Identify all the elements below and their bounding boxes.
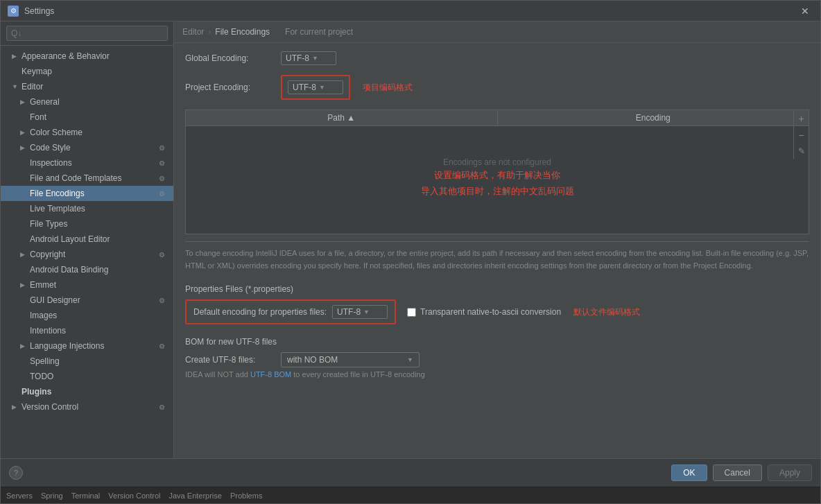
sidebar-label-font: Font xyxy=(30,112,46,122)
default-encoding-dropdown[interactable]: UTF-8 ▼ xyxy=(332,305,388,319)
sidebar-item-android-layout-editor[interactable]: Android Layout Editor xyxy=(1,232,173,247)
file-encodings-badge: ⚙ xyxy=(159,190,165,198)
global-encoding-label: Global Encoding: xyxy=(185,53,275,63)
table-remove-button[interactable]: − xyxy=(793,127,809,144)
sidebar-item-appearance[interactable]: ▶ Appearance & Behavior xyxy=(1,49,173,64)
sidebar-item-keymap[interactable]: Keymap xyxy=(1,64,173,79)
taskbar-servers[interactable]: Servers xyxy=(6,492,33,500)
sidebar-label-language-injections: Language Injections xyxy=(30,341,104,351)
table-add-button[interactable]: + xyxy=(793,110,809,127)
sidebar-item-spelling[interactable]: Spelling xyxy=(1,354,173,369)
project-encoding-value: UTF-8 xyxy=(293,82,316,92)
sidebar-item-font[interactable]: Font xyxy=(1,110,173,125)
sidebar-item-emmet[interactable]: ▶ Emmet xyxy=(1,277,173,293)
annotation-line2: 导入其他项目时，注解的中文乱码问题 xyxy=(421,183,574,199)
sidebar-item-intentions[interactable]: Intentions xyxy=(1,323,173,338)
sidebar-label-appearance: Appearance & Behavior xyxy=(21,51,110,61)
default-encoding-arrow-icon: ▼ xyxy=(363,309,370,315)
bom-note-prefix: IDEA will NOT add xyxy=(185,370,250,379)
taskbar-spring[interactable]: Spring xyxy=(41,492,63,500)
info-text: To change encoding IntelliJ IDEA uses fo… xyxy=(185,241,809,272)
taskbar-java-enterprise[interactable]: Java Enterprise xyxy=(169,492,222,500)
project-encoding-dropdown[interactable]: UTF-8 ▼ xyxy=(288,80,343,94)
dialog-body: ▶ Appearance & Behavior Keymap ▼ Editor … xyxy=(1,21,820,458)
project-encoding-label: Project Encoding: xyxy=(185,82,275,92)
settings-icon: ⚙ xyxy=(8,6,19,17)
table-header-encoding: Encoding xyxy=(498,110,809,125)
sidebar-label-file-code-templates: File and Code Templates xyxy=(30,173,122,183)
create-utf8-value: with NO BOM xyxy=(287,355,338,365)
sidebar-item-file-code-templates[interactable]: File and Code Templates ⚙ xyxy=(1,171,173,186)
sidebar-item-color-scheme[interactable]: ▶ Color Scheme xyxy=(1,125,173,140)
sidebar-label-spelling: Spelling xyxy=(30,356,60,366)
bom-section-title: BOM for new UTF-8 files xyxy=(185,337,809,347)
sidebar-item-file-encodings[interactable]: File Encodings ⚙ xyxy=(1,186,173,201)
sidebar-item-file-types[interactable]: File Types xyxy=(1,216,173,232)
taskbar-terminal[interactable]: Terminal xyxy=(71,492,101,500)
sidebar-label-gui-designer: GUI Designer xyxy=(30,295,80,305)
global-encoding-row: Global Encoding: UTF-8 ▼ xyxy=(185,51,809,65)
breadcrumb-separator: › xyxy=(208,27,211,37)
table-edit-button[interactable]: ✎ xyxy=(793,144,809,159)
sidebar-item-general[interactable]: ▶ General xyxy=(1,94,173,110)
search-input[interactable] xyxy=(6,26,168,41)
nav-tree: ▶ Appearance & Behavior Keymap ▼ Editor … xyxy=(1,46,173,458)
sidebar-item-language-injections[interactable]: ▶ Language Injections ⚙ xyxy=(1,338,173,354)
sidebar-item-gui-designer[interactable]: GUI Designer ⚙ xyxy=(1,293,173,308)
dropdown-arrow-icon: ▼ xyxy=(312,55,318,62)
sidebar-label-keymap: Keymap xyxy=(21,67,52,76)
bom-dropdown-arrow-icon: ▼ xyxy=(407,356,413,363)
transparent-checkbox-row: Transparent native-to-ascii conversion xyxy=(407,307,561,317)
chevron-right-icon8: ▶ xyxy=(12,403,19,410)
annotation-line1: 设置编码格式，有助于解决当你 xyxy=(421,167,574,183)
sidebar-item-editor[interactable]: ▼ Editor xyxy=(1,79,173,94)
cancel-button[interactable]: Cancel xyxy=(713,464,762,481)
sidebar-label-color-scheme: Color Scheme xyxy=(30,128,83,137)
global-encoding-dropdown[interactable]: UTF-8 ▼ xyxy=(281,51,336,65)
content-area: Global Encoding: UTF-8 ▼ Project Encodin… xyxy=(174,43,820,458)
sidebar-label-inspections: Inspections xyxy=(30,158,72,168)
breadcrumb-parent: Editor xyxy=(182,27,204,37)
project-encoding-annotation: 项目编码格式 xyxy=(363,82,413,94)
sidebar-label-file-types: File Types xyxy=(30,219,67,229)
sidebar-item-plugins[interactable]: Plugins xyxy=(1,384,173,399)
default-encoding-annotation: 默认文件编码格式 xyxy=(573,306,640,318)
sidebar-label-todo: TODO xyxy=(30,372,53,381)
sidebar-label-code-style: Code Style xyxy=(30,143,71,153)
properties-section: Properties Files (*.properties) Default … xyxy=(185,284,809,324)
sidebar-item-code-style[interactable]: ▶ Code Style ⚙ xyxy=(1,140,173,155)
sidebar-label-version-control: Version Control xyxy=(21,402,78,412)
taskbar-problems[interactable]: Problems xyxy=(230,492,262,500)
for-project-tab[interactable]: For current project xyxy=(285,27,353,37)
dialog-footer: ? OK Cancel Apply xyxy=(1,458,820,487)
global-encoding-value: UTF-8 xyxy=(286,53,309,63)
sidebar-item-copyright[interactable]: ▶ Copyright ⚙ xyxy=(1,247,173,262)
ok-button[interactable]: OK xyxy=(671,464,707,481)
bom-note: IDEA will NOT add UTF-8 BOM to every cre… xyxy=(185,370,809,379)
title-bar: ⚙ Settings ✕ xyxy=(1,1,820,21)
close-button[interactable]: ✕ xyxy=(797,4,813,18)
create-utf8-label: Create UTF-8 files: xyxy=(185,355,275,365)
sidebar-item-todo[interactable]: TODO xyxy=(1,369,173,384)
sidebar-item-version-control[interactable]: ▶ Version Control ⚙ xyxy=(1,399,173,415)
bom-note-link[interactable]: UTF-8 BOM xyxy=(250,370,291,379)
sidebar-label-plugins: Plugins xyxy=(21,387,51,397)
sidebar-item-inspections[interactable]: Inspections ⚙ xyxy=(1,155,173,171)
create-utf8-dropdown[interactable]: with NO BOM ▼ xyxy=(281,352,420,367)
create-utf8-row: Create UTF-8 files: with NO BOM ▼ xyxy=(185,352,809,367)
sidebar-item-android-data-binding[interactable]: Android Data Binding xyxy=(1,262,173,277)
chevron-down-icon: ▼ xyxy=(12,83,19,90)
taskbar-version-control[interactable]: Version Control xyxy=(108,492,160,500)
annotation-box: Encodings are not configured 设置编码格式，有助于解… xyxy=(414,150,581,207)
inspections-badge: ⚙ xyxy=(159,159,165,167)
chevron-right-icon3: ▶ xyxy=(20,129,27,136)
help-button[interactable]: ? xyxy=(9,466,23,480)
sidebar-label-intentions: Intentions xyxy=(30,326,66,336)
default-encoding-value: UTF-8 xyxy=(337,307,361,317)
chevron-right-icon6: ▶ xyxy=(20,281,27,288)
transparent-checkbox[interactable] xyxy=(407,308,416,317)
apply-button[interactable]: Apply xyxy=(768,464,812,481)
sidebar-item-images[interactable]: Images xyxy=(1,308,173,323)
project-encoding-box: UTF-8 ▼ xyxy=(281,75,350,100)
sidebar-item-live-templates[interactable]: Live Templates xyxy=(1,201,173,216)
